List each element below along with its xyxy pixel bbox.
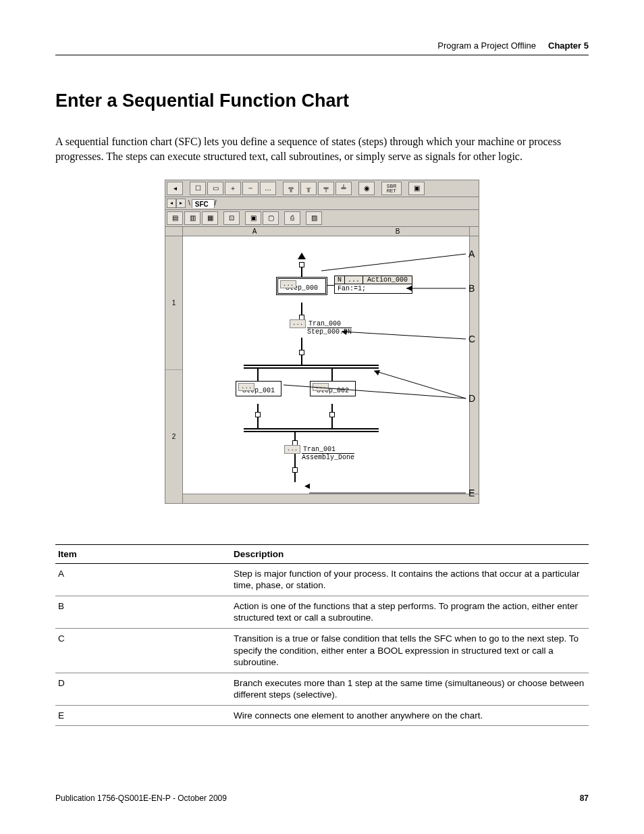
- col-b: B: [326, 227, 469, 236]
- sfc-tran-000[interactable]: ... Tran_000 Step_000.DN: [307, 320, 352, 336]
- table-row: B Action is one of the functions that a …: [55, 596, 589, 628]
- tran-condition: Assembly_Done: [302, 454, 354, 461]
- arrowhead-icon: [298, 253, 306, 259]
- action-body[interactable]: Fan:=1;: [334, 284, 412, 294]
- tool-icon-4[interactable]: ⊡: [223, 211, 240, 225]
- sel-branch-icon[interactable]: ╦: [283, 182, 299, 195]
- sfc-action-000[interactable]: N ... Action_000 Fan:=1;: [334, 276, 412, 294]
- wire: [294, 473, 296, 482]
- publication-id: Publication 1756-QS001E-EN-P - October 2…: [55, 793, 227, 803]
- sfc-step-000[interactable]: ... Step_000: [276, 277, 327, 295]
- wire: [327, 285, 334, 286]
- branch-bottom2: [244, 431, 379, 432]
- header-rule: [55, 55, 589, 55]
- branch-top2: [244, 367, 379, 369]
- wire: [331, 369, 333, 381]
- cell-desc: Action is one of the functions that a st…: [231, 596, 589, 628]
- description-table: Item Description A Step is major functio…: [55, 544, 589, 726]
- wire-stub: [299, 350, 304, 355]
- ellipsis-icon[interactable]: ...: [284, 445, 300, 454]
- sfc-step-001[interactable]: ... Step_001: [236, 381, 281, 396]
- page-footer: Publication 1756-QS001E-EN-P - October 2…: [55, 793, 589, 803]
- target-icon[interactable]: ◉: [358, 182, 375, 195]
- ellipsis-icon[interactable]: ...: [238, 383, 254, 391]
- sfc-tran-001[interactable]: ... Tran_001 Assembly_Done: [302, 446, 354, 461]
- row-2: 2: [165, 370, 182, 503]
- wire: [331, 417, 333, 428]
- transition-icon[interactable]: ▭: [207, 182, 223, 195]
- sim-branch-icon[interactable]: ╥: [300, 182, 317, 195]
- callout-c: C: [468, 334, 475, 344]
- tool-icon-8[interactable]: ▨: [306, 211, 322, 225]
- th-desc: Description: [231, 544, 589, 563]
- callout-d: D: [468, 393, 475, 404]
- callout-a: A: [468, 249, 475, 259]
- row-gutter: 1 2: [165, 236, 183, 503]
- ellipsis-icon[interactable]: ...: [280, 280, 296, 288]
- cell-item: E: [55, 705, 231, 726]
- row-1: 1: [165, 236, 182, 370]
- cell-desc: Transition is a true or false condition …: [231, 628, 589, 673]
- col-a: A: [183, 227, 326, 236]
- chart-body: 1 2 ... Step_000 N ..: [165, 236, 479, 504]
- sfc-toolbar-top: ◂ ☐ ▭ ＋ ⎓ … ╦ ╥ ╤ ╧ ◉ SBRRET ▣: [165, 180, 479, 197]
- ellipsis-icon[interactable]: ...: [345, 276, 363, 284]
- cell-item: A: [55, 563, 231, 596]
- tran-condition: Step_000.DN: [307, 328, 352, 336]
- table-row: E Wire connects one element to another a…: [55, 705, 589, 726]
- action-icon[interactable]: ＋: [225, 182, 241, 195]
- tab-sfc[interactable]: SFC: [192, 199, 215, 208]
- action-qualifier: N: [334, 276, 345, 284]
- scrollbar[interactable]: [183, 494, 479, 503]
- sfc-step-002[interactable]: ... Step_002: [310, 381, 356, 396]
- cell-desc: Branch executes more than 1 step at the …: [231, 673, 589, 705]
- branch-top: [244, 365, 379, 366]
- tran-name: Tran_001: [302, 446, 354, 454]
- ellipsis-icon[interactable]: ...: [313, 383, 329, 391]
- branch3-icon[interactable]: ╧: [336, 182, 352, 195]
- tab-bar: ◂ ▸ \ SFC /: [165, 197, 479, 209]
- sfc-toolbar-second: ▤ ▥ ▦ ⊡ ▣ ▢ ⎙ ▨: [165, 209, 479, 227]
- wire: [257, 417, 259, 428]
- table-row: D Branch executes more than 1 step at th…: [55, 673, 589, 705]
- stop-icon[interactable]: ▣: [408, 182, 425, 195]
- text-icon[interactable]: …: [260, 182, 276, 195]
- arrowhead-left-icon: [304, 484, 310, 489]
- tool-icon-1[interactable]: ▤: [167, 211, 183, 225]
- tran-name: Tran_000: [307, 320, 352, 328]
- step-icon[interactable]: ☐: [190, 182, 206, 195]
- wire: [301, 355, 302, 365]
- wire: [257, 369, 259, 381]
- grid-header: A B: [165, 227, 479, 236]
- chart-canvas: ... Step_000 N ... Action_000 Fan:=1;: [183, 236, 479, 503]
- wire-stub-end: [292, 467, 298, 473]
- th-item: Item: [55, 544, 231, 563]
- branch-icon[interactable]: ⎓: [242, 182, 259, 195]
- page-number: 87: [580, 793, 589, 803]
- scrollbar-vertical[interactable]: [469, 236, 479, 494]
- tool-icon-6[interactable]: ▢: [263, 211, 279, 225]
- wire: [301, 303, 302, 315]
- wire: [301, 338, 302, 350]
- tool-icon-7[interactable]: ⎙: [284, 211, 300, 225]
- tool-icon-2[interactable]: ▥: [184, 211, 200, 225]
- page-header: Program a Project Offline Chapter 5: [55, 41, 589, 51]
- tool-icon-5[interactable]: ▣: [245, 211, 261, 225]
- wire-stub: [255, 412, 261, 417]
- header-chapter: Chapter 5: [548, 41, 589, 51]
- wire-stub-top: [299, 262, 304, 267]
- sfc-editor-screenshot: ◂ ☐ ▭ ＋ ⎓ … ╦ ╥ ╤ ╧ ◉ SBRRET ▣ ◂ ▸ \ SFC…: [165, 180, 479, 504]
- branch2-icon[interactable]: ╤: [318, 182, 334, 195]
- tab-scroll-right-icon[interactable]: ▸: [176, 199, 186, 208]
- sbr-ret-icon[interactable]: SBRRET: [381, 182, 402, 195]
- table-row: C Transition is a true or false conditio…: [55, 628, 589, 673]
- action-name: Action_000: [363, 276, 412, 284]
- cell-item: B: [55, 596, 231, 628]
- tool-icon-3[interactable]: ▦: [202, 211, 218, 225]
- header-section: Program a Project Offline: [437, 41, 536, 51]
- nav-left-icon[interactable]: ◂: [167, 182, 183, 195]
- cell-desc: Wire connects one element to another any…: [231, 705, 589, 726]
- callout-b: B: [468, 283, 475, 294]
- tab-scroll-left-icon[interactable]: ◂: [167, 199, 176, 208]
- ellipsis-icon[interactable]: ...: [290, 319, 306, 328]
